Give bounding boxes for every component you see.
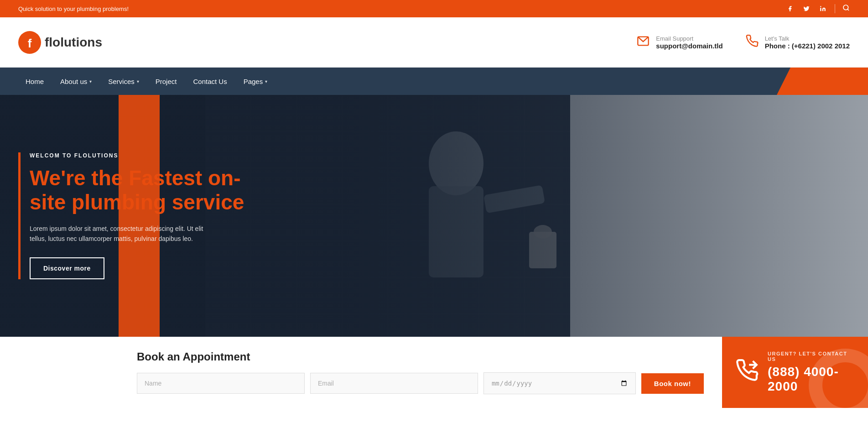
top-bar-social: [785, 4, 850, 13]
nav-link-pages[interactable]: Pages ▾: [236, 74, 275, 89]
appointment-section: Book an Appointment Book now! URGENT? LE…: [0, 337, 868, 408]
linkedin-icon[interactable]: [818, 4, 827, 13]
logo-text: flolutions: [45, 35, 102, 50]
chevron-down-icon-pages: ▾: [265, 79, 267, 84]
hero-title: We're the Fastest on- site plumbing serv…: [30, 166, 244, 214]
navbar-accent: [777, 68, 868, 95]
header: f flolutions Email Support support@domai…: [0, 17, 868, 68]
date-input[interactable]: [483, 372, 636, 394]
name-input[interactable]: [137, 373, 305, 394]
date-input-wrapper: [483, 372, 636, 394]
email-icon: [637, 35, 650, 50]
logo-area[interactable]: f flolutions: [18, 31, 102, 54]
navbar: Home About us ▾ Services ▾ Project Conta…: [0, 68, 868, 95]
nav-item-about[interactable]: About us ▾: [53, 74, 99, 89]
nav-menu: Home About us ▾ Services ▾ Project Conta…: [18, 74, 275, 89]
hero-subtitle: WELCOM TO FLOLUTIONS: [30, 152, 244, 159]
nav-link-about[interactable]: About us ▾: [53, 74, 99, 89]
f-logo-icon: f: [18, 31, 41, 54]
chevron-down-icon-services: ▾: [137, 79, 139, 84]
appointment-fields: Book now!: [137, 372, 704, 394]
twitter-icon[interactable]: [802, 4, 811, 13]
email-label: Email Support: [656, 35, 722, 42]
appointment-title: Book an Appointment: [137, 350, 704, 363]
phone-label: Let's Talk: [765, 35, 850, 42]
urgent-text-area: URGENT? LET'S CONTACT US (888) 4000-2000: [768, 351, 854, 394]
phone-value: Phone : (+6221) 2002 2012: [765, 42, 850, 50]
search-icon[interactable]: [842, 4, 850, 13]
divider: [835, 4, 835, 13]
svg-text:f: f: [28, 36, 32, 50]
nav-item-contact[interactable]: Contact Us: [186, 74, 234, 89]
urgent-phone-number: (888) 4000-2000: [768, 365, 854, 394]
svg-point-1: [843, 5, 848, 10]
phone-icon: [746, 35, 759, 50]
nav-item-project[interactable]: Project: [148, 74, 184, 89]
facebook-icon[interactable]: [785, 4, 795, 13]
email-value: support@domain.tld: [656, 42, 722, 50]
urgent-label: URGENT? LET'S CONTACT US: [768, 351, 854, 362]
email-contact-item: Email Support support@domain.tld: [637, 35, 722, 50]
nav-item-services[interactable]: Services ▾: [101, 74, 146, 89]
nav-link-contact[interactable]: Contact Us: [186, 74, 234, 89]
urgent-contact-box: URGENT? LET'S CONTACT US (888) 4000-2000: [722, 337, 868, 408]
nav-link-project[interactable]: Project: [148, 74, 184, 89]
svg-line-2: [847, 9, 849, 10]
nav-item-pages[interactable]: Pages ▾: [236, 74, 275, 89]
hero-content: WELCOM TO FLOLUTIONS We're the Fastest o…: [0, 95, 868, 337]
nav-item-home[interactable]: Home: [18, 74, 51, 89]
hero-title-line1: We're the Fastest on-: [30, 166, 241, 190]
book-now-button[interactable]: Book now!: [641, 373, 704, 394]
top-bar: Quick solution to your plumbing problems…: [0, 0, 868, 17]
appointment-form: Book an Appointment Book now!: [119, 337, 722, 408]
urgent-phone-icon: [736, 359, 759, 386]
nav-link-services[interactable]: Services ▾: [101, 74, 146, 89]
chevron-down-icon: ▾: [89, 79, 92, 84]
discover-more-button[interactable]: Discover more: [30, 257, 104, 279]
hero-description: Lorem ipsum dolor sit amet, consectetur …: [30, 224, 221, 244]
header-contact: Email Support support@domain.tld Let's T…: [637, 35, 850, 50]
phone-contact-item: Let's Talk Phone : (+6221) 2002 2012: [746, 35, 850, 50]
svg-point-0: [820, 6, 821, 7]
nav-link-home[interactable]: Home: [18, 74, 51, 89]
hero-title-line2: site plumbing service: [30, 190, 244, 214]
phone-info: Let's Talk Phone : (+6221) 2002 2012: [765, 35, 850, 50]
hero-text-box: WELCOM TO FLOLUTIONS We're the Fastest o…: [18, 152, 244, 280]
email-info: Email Support support@domain.tld: [656, 35, 722, 50]
email-input[interactable]: [310, 373, 478, 394]
top-bar-message: Quick solution to your plumbing problems…: [18, 5, 129, 12]
hero-section: WELCOM TO FLOLUTIONS We're the Fastest o…: [0, 95, 868, 337]
